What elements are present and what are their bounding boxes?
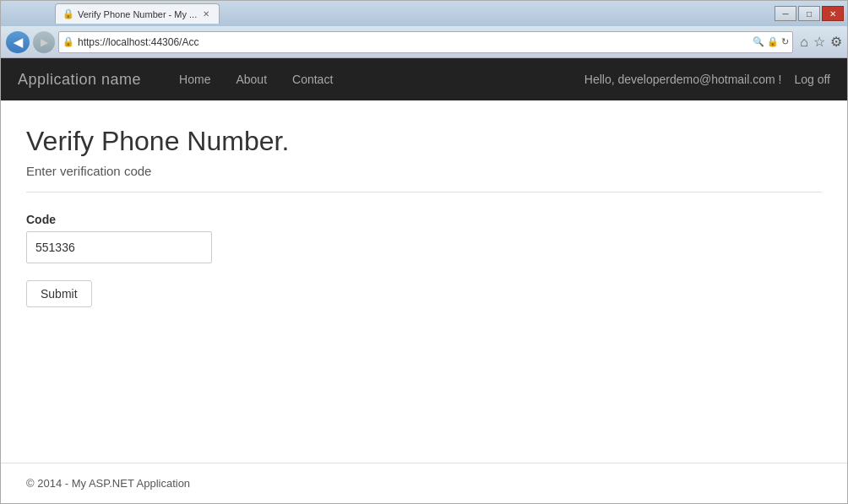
lock-icon: 🔒: [767, 36, 779, 47]
nav-bar: ◀ ▶ 🔒 https://localhost:44306/Acc 🔍 🔒 ↻ …: [1, 26, 847, 58]
nav-about[interactable]: About: [223, 58, 280, 100]
favorites-icon[interactable]: ☆: [813, 34, 825, 50]
logoff-link[interactable]: Log off: [794, 73, 830, 86]
title-bar: 🔒 Verify Phone Number - My ... ✕ ─ □ ✕: [1, 1, 847, 26]
refresh-icon[interactable]: ↻: [781, 36, 789, 47]
forward-icon: ▶: [41, 36, 48, 48]
user-greeting: Hello, developerdemo@hotmail.com !: [584, 73, 782, 86]
submit-button[interactable]: Submit: [26, 280, 92, 307]
browser-tab[interactable]: 🔒 Verify Phone Number - My ... ✕: [55, 3, 220, 24]
settings-icon[interactable]: ⚙: [830, 34, 842, 50]
forward-button[interactable]: ▶: [33, 31, 55, 53]
nav-home[interactable]: Home: [166, 58, 223, 100]
close-button[interactable]: ✕: [822, 6, 844, 21]
minimize-button[interactable]: ─: [775, 6, 796, 21]
address-text: https://localhost:44306/Acc: [78, 36, 749, 48]
tab-favicon: 🔒: [63, 8, 74, 19]
app-navbar: Application name Home About Contact Hell…: [1, 58, 847, 100]
page-subtitle: Enter verification code: [26, 164, 822, 178]
code-input[interactable]: [26, 231, 212, 263]
app-nav-links: Home About Contact: [166, 58, 345, 100]
title-bar-left: 🔒 Verify Phone Number - My ... ✕: [4, 3, 220, 24]
page-icon: 🔒: [63, 36, 74, 47]
search-address-icon[interactable]: 🔍: [753, 36, 764, 47]
divider: [26, 192, 822, 192]
page-footer: © 2014 - My ASP.NET Application: [1, 463, 847, 503]
tab-close-button[interactable]: ✕: [200, 8, 212, 20]
browser-actions: ⌂ ☆ ⚙: [800, 34, 842, 50]
app-wrapper: Application name Home About Contact Hell…: [1, 58, 847, 503]
page-content: Verify Phone Number. Enter verification …: [1, 100, 847, 463]
footer-copyright: © 2014 - My ASP.NET Application: [26, 477, 190, 490]
back-icon: ◀: [14, 35, 23, 49]
nav-contact[interactable]: Contact: [280, 58, 345, 100]
window-controls: ─ □ ✕: [775, 6, 844, 21]
maximize-button[interactable]: □: [798, 6, 820, 21]
address-bar[interactable]: 🔒 https://localhost:44306/Acc 🔍 🔒 ↻: [58, 31, 793, 53]
app-brand[interactable]: Application name: [18, 71, 141, 89]
address-actions: 🔍 🔒 ↻: [753, 36, 789, 47]
app-nav-right: Hello, developerdemo@hotmail.com ! Log o…: [584, 73, 830, 86]
browser-window: 🔒 Verify Phone Number - My ... ✕ ─ □ ✕ ◀…: [0, 0, 848, 504]
code-label: Code: [26, 213, 822, 226]
home-icon[interactable]: ⌂: [800, 35, 808, 50]
tab-title: Verify Phone Number - My ...: [78, 9, 197, 19]
page-title: Verify Phone Number.: [26, 126, 822, 157]
back-button[interactable]: ◀: [6, 31, 30, 53]
code-form-group: Code: [26, 213, 822, 263]
